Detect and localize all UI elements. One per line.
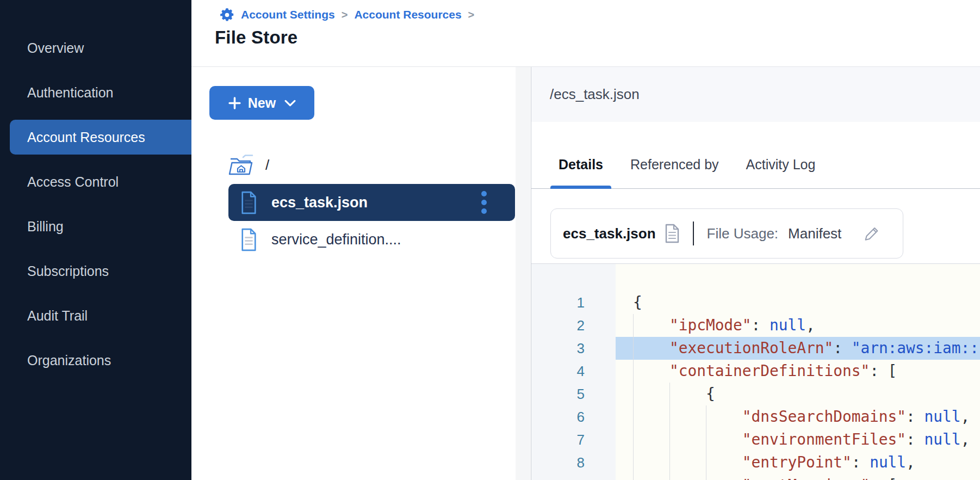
edit-pencil-icon[interactable] (862, 224, 880, 243)
line-number: 3 (531, 337, 616, 360)
sidebar-item-authentication[interactable]: Authentication (0, 75, 191, 110)
breadcrumb-separator: > (468, 9, 475, 21)
file-name: ecs_task.json (271, 194, 368, 211)
file-path-bar: /ecs_task.json (531, 67, 980, 122)
breadcrumb-link-account-settings[interactable]: Account Settings (241, 8, 335, 21)
tab-activity-log[interactable]: Activity Log (738, 140, 824, 188)
chevron-down-icon (284, 100, 296, 107)
code-line-text: { (616, 291, 642, 314)
indent-guide (633, 337, 634, 360)
code-line-9[interactable]: "portMappings": [ (616, 474, 980, 480)
line-number: 7 (531, 428, 616, 451)
code-content: { "ipcMode": null, "executionRoleArn": "… (616, 264, 980, 480)
file-icon (240, 191, 257, 214)
file-summary-card: ecs_task.json File Usage: Manifest (550, 208, 903, 259)
line-number: 6 (531, 405, 616, 428)
line-number: 9 (531, 474, 616, 480)
indent-guide (706, 405, 706, 428)
file-usage-label: File Usage: (707, 225, 779, 242)
plus-icon (228, 96, 241, 110)
code-line-5[interactable]: { (616, 383, 980, 405)
line-number: 1 (531, 291, 616, 314)
page-header: Account Settings>Account Resources> File… (191, 0, 980, 67)
file-path: /ecs_task.json (550, 86, 640, 103)
tab-details[interactable]: Details (550, 140, 611, 188)
sidebar-nav: OverviewAuthenticationAccount ResourcesA… (0, 0, 191, 480)
sidebar-item-access-control[interactable]: Access Control (0, 164, 191, 199)
gear-icon (220, 8, 234, 22)
indent-guide (706, 474, 706, 480)
breadcrumb-separator: > (342, 9, 348, 21)
indent-guide (669, 383, 670, 405)
code-line-text: "dnsSearchDomains": null, (616, 405, 970, 428)
line-number: 5 (531, 383, 616, 405)
sidebar-item-account-resources[interactable]: Account Resources (10, 120, 191, 155)
sidebar-item-audit-trail[interactable]: Audit Trail (0, 298, 191, 333)
code-line-text: { (616, 383, 715, 405)
line-number: 2 (531, 314, 616, 337)
code-line-8[interactable]: "entryPoint": null, (616, 451, 980, 474)
code-line-3[interactable]: "executionRoleArn": "arn:aws:iam:: (616, 337, 980, 360)
code-line-text: "portMappings": [ (616, 474, 897, 480)
new-button[interactable]: New (209, 86, 314, 120)
sidebar-item-billing[interactable]: Billing (0, 209, 191, 244)
file-card-name: ecs_task.json (563, 225, 656, 242)
file-icon (240, 228, 257, 251)
new-button-label: New (248, 95, 276, 111)
app-root: OverviewAuthenticationAccount ResourcesA… (0, 0, 980, 480)
file-panel-scrollbar[interactable] (516, 67, 530, 480)
code-line-text: "containerDefinitions": [ (616, 360, 897, 383)
root-folder-label: / (265, 157, 269, 174)
indent-guide (669, 405, 670, 428)
indent-guide (706, 451, 706, 474)
code-line-4[interactable]: "containerDefinitions": [ (616, 360, 980, 383)
indent-guide (633, 428, 634, 451)
code-line-text: "environmentFiles": null, (616, 428, 970, 451)
indent-guide (633, 451, 634, 474)
code-line-2[interactable]: "ipcMode": null, (616, 314, 980, 337)
page-title: File Store (215, 27, 297, 48)
indent-guide (633, 360, 634, 383)
sidebar-item-subscriptions[interactable]: Subscriptions (0, 254, 191, 288)
indent-guide (633, 405, 634, 428)
file-usage-value: Manifest (788, 225, 841, 242)
code-line-text: "ipcMode": null, (616, 314, 815, 337)
code-line-6[interactable]: "dnsSearchDomains": null, (616, 405, 980, 428)
indent-guide (633, 474, 634, 480)
line-number: 8 (531, 451, 616, 474)
file-list-panel: New / ecs_task.json service_ (191, 67, 531, 480)
indent-guide (633, 383, 634, 405)
file-row-service-definition[interactable]: service_definition.... (228, 221, 515, 258)
indent-guide (669, 451, 670, 474)
line-number: 4 (531, 360, 616, 383)
indent-guide (669, 428, 670, 451)
document-icon (665, 224, 680, 243)
code-gutter: 123456789 (531, 264, 616, 480)
file-row-ecs-task-json[interactable]: ecs_task.json (228, 184, 515, 221)
root-folder-row[interactable]: / (228, 154, 269, 176)
sidebar-item-overview[interactable]: Overview (0, 30, 191, 65)
indent-guide (706, 428, 706, 451)
folder-home-icon (228, 154, 253, 176)
file-name: service_definition.... (271, 231, 401, 248)
tab-referenced-by[interactable]: Referenced by (622, 140, 727, 188)
indent-guide (669, 474, 670, 480)
vertical-divider (693, 221, 694, 245)
code-line-7[interactable]: "environmentFiles": null, (616, 428, 980, 451)
code-line-text: "executionRoleArn": "arn:aws:iam:: (616, 337, 979, 360)
code-viewer: 123456789 { "ipcMode": null, "executionR… (531, 263, 980, 480)
file-details-panel: /ecs_task.json DetailsReferenced byActiv… (531, 67, 980, 480)
detail-tabs: DetailsReferenced byActivity Log (531, 122, 980, 189)
code-line-text: "entryPoint": null, (616, 451, 915, 474)
sidebar-item-organizations[interactable]: Organizations (0, 343, 191, 378)
indent-guide (633, 314, 634, 337)
code-line-1[interactable]: { (616, 291, 980, 314)
breadcrumb-link-account-resources[interactable]: Account Resources (354, 8, 461, 21)
breadcrumb: Account Settings>Account Resources> (220, 5, 474, 24)
more-vertical-icon[interactable] (479, 189, 489, 216)
